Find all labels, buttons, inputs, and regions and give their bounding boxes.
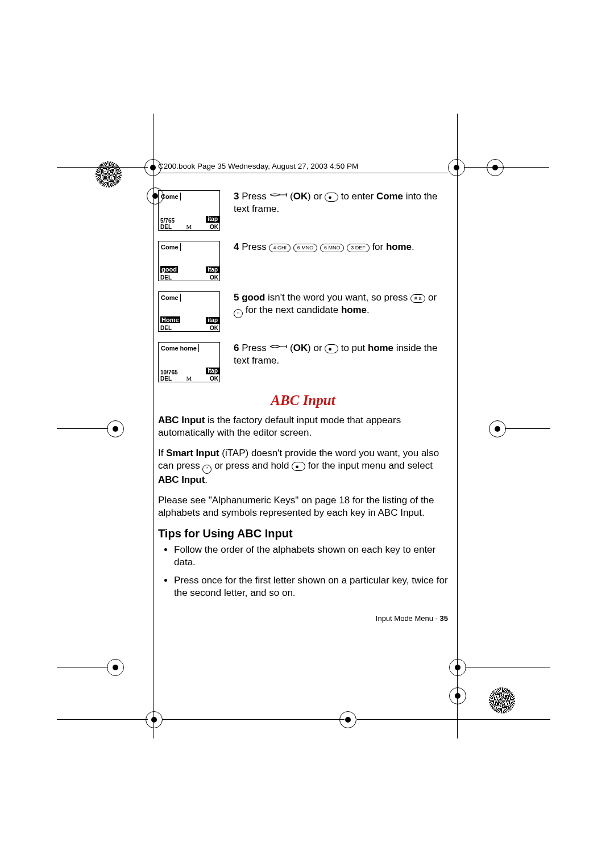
step-instruction: 4 Press 4 GHI 6 MNO 6 MNO 3 DEF for home… <box>234 241 414 281</box>
right-softkey-icon <box>269 193 287 200</box>
ok-key-icon: ● <box>325 193 338 202</box>
phone-softkey-del: DEL <box>160 325 172 331</box>
ok-key-icon: ● <box>325 344 338 353</box>
subsection-title: Tips for Using ABC Input <box>158 527 448 540</box>
star-key-icon: * <box>202 465 211 474</box>
step-row: Come good itap DEL OK 4 Press 4 GHI 6 MN… <box>158 241 448 281</box>
right-softkey-icon <box>269 344 287 352</box>
page-content: C200.book Page 35 Wednesday, August 27, … <box>158 162 448 623</box>
print-target-icon <box>449 687 466 704</box>
paragraph: If Smart Input (iTAP) doesn't provide th… <box>158 447 448 486</box>
print-target-icon <box>449 659 466 676</box>
phone-softkey-ok: OK <box>210 224 218 230</box>
itap-badge: itap <box>206 317 219 324</box>
phone-screen: Come Home itap DEL OK <box>158 291 220 332</box>
print-target-icon <box>339 711 356 728</box>
ok-key-icon: ● <box>292 462 305 471</box>
phone-screen: Come good itap DEL OK <box>158 241 220 281</box>
list-item: Follow the order of the alphabets shown … <box>174 544 448 569</box>
print-target-icon <box>448 159 465 176</box>
paragraph: Please see "Alphanumeric Keys" on page 1… <box>158 494 448 519</box>
page-footer: Input Mode Menu - 35 <box>158 614 448 623</box>
section-title: ABC Input <box>158 393 448 408</box>
print-line <box>57 167 148 168</box>
phone-softkey-del: DEL <box>160 224 172 230</box>
step-row: Come 5/765 itap DEL M OK 3 Press (OK) or… <box>158 190 448 231</box>
phone-counter: 10/765 <box>160 369 178 375</box>
step-instruction: 5 good isn't the word you want, so press… <box>234 291 448 332</box>
key-4ghi-icon: 4 GHI <box>269 244 291 252</box>
print-line <box>57 719 148 720</box>
phone-softkey-del: DEL <box>160 274 172 281</box>
phone-softkey-ok: OK <box>210 325 218 331</box>
itap-badge: itap <box>206 266 219 273</box>
step-instruction: 6 Press (OK) or ● to put home inside the… <box>234 342 448 382</box>
key-hash-icon: # a <box>410 294 426 303</box>
itap-badge: itap <box>206 368 219 374</box>
print-line <box>57 667 108 667</box>
phone-text: Come <box>161 193 181 201</box>
print-line <box>465 667 550 667</box>
paragraph: ABC Input is the factory default input m… <box>158 414 448 439</box>
print-target-icon <box>107 420 124 437</box>
nav-ring-icon: ○ <box>234 309 243 318</box>
step-instruction: 3 Press (OK) or ● to enter Come into the… <box>234 190 448 231</box>
itap-badge: itap <box>206 216 219 223</box>
phone-candidate: Home <box>160 316 180 323</box>
phone-counter: 5/765 <box>160 218 175 224</box>
print-line <box>357 719 550 720</box>
key-6mno-icon: 6 MNO <box>293 244 318 252</box>
key-6mno-icon: 6 MNO <box>320 244 345 252</box>
phone-softkey-ok: OK <box>210 274 218 281</box>
step-row: Come Home itap DEL OK 5 good isn't the w… <box>158 291 448 332</box>
phone-candidate: good <box>160 266 178 273</box>
phone-mode: M <box>186 223 192 230</box>
phone-screen: Come 5/765 itap DEL M OK <box>158 190 220 231</box>
print-target-icon <box>107 659 124 676</box>
book-header: C200.book Page 35 Wednesday, August 27, … <box>158 162 448 173</box>
phone-mode: M <box>186 375 192 382</box>
phone-softkey-ok: OK <box>210 375 218 382</box>
print-radial-icon <box>96 161 122 187</box>
phone-text: Come <box>161 243 181 251</box>
list-item: Press once for the first letter shown on… <box>174 574 448 599</box>
key-3def-icon: 3 DEF <box>347 244 370 252</box>
phone-text: Come home <box>161 344 199 352</box>
print-target-icon <box>489 420 506 437</box>
print-line <box>464 167 549 168</box>
print-line <box>154 114 154 738</box>
print-target-icon <box>146 711 163 728</box>
step-row: Come home 10/765 itap DEL M OK 6 Press (… <box>158 342 448 382</box>
print-line <box>457 114 458 738</box>
phone-softkey-del: DEL <box>160 375 172 382</box>
print-radial-icon <box>489 687 515 713</box>
phone-text: Come <box>161 294 181 302</box>
print-line <box>505 428 550 429</box>
print-line <box>57 428 108 429</box>
phone-screen: Come home 10/765 itap DEL M OK <box>158 342 220 382</box>
print-line <box>163 719 345 720</box>
tips-list: Follow the order of the alphabets shown … <box>158 544 448 599</box>
print-target-icon <box>487 159 504 176</box>
